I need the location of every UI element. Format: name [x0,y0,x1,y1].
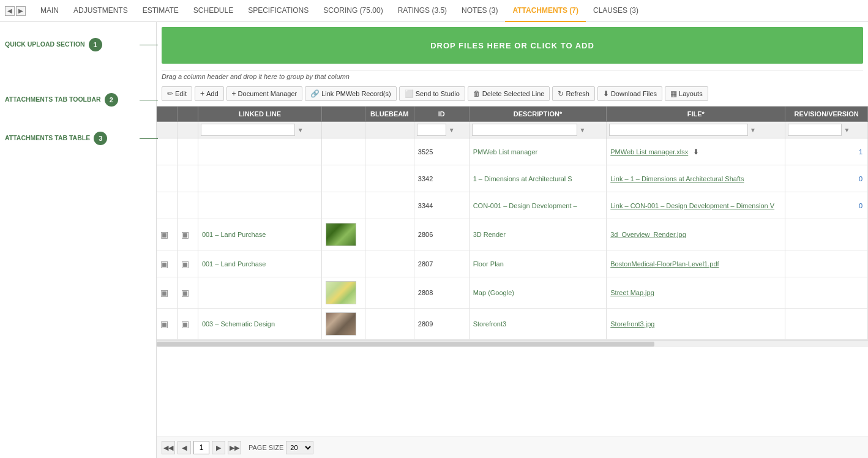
download-files-button[interactable]: ⬇ Download Files [597,86,662,101]
cell-revision [785,309,868,340]
cell-icon: ▣ [178,219,198,250]
thumbnail-image [326,312,356,336]
annotations-panel: QUICK UPLOAD SECTION 1 ATTACHMENTS TAB T… [0,22,156,458]
filter-check [157,122,178,138]
table-row: ▣ ▣ 2808 Map (Google) [157,277,868,309]
filter-linked-line-input[interactable] [201,124,296,136]
cell-icon: ▣ [178,250,198,277]
current-page-input[interactable] [193,441,209,454]
layouts-button[interactable]: ▦ Layouts [665,86,708,101]
edit-icon: ✏ [167,89,173,98]
file-link[interactable]: Link – CON-001 – Design Development – Di… [610,202,774,209]
cell-id: 2807 [414,250,469,277]
tab-ratings[interactable]: RATINGS (3.5) [391,0,454,22]
table-row: 3525 PMWeb List manager PMWeb List manag… [157,138,868,165]
col-header-id[interactable]: ID [414,107,469,122]
cell-file: BostonMedical-FloorPlan-Level1.pdf [607,250,785,277]
tab-scoring[interactable]: SCORING (75.00) [316,0,390,22]
annotation-table-badge: 3 [94,132,107,145]
tab-attachments[interactable]: ATTACHMENTS (7) [505,0,586,22]
add-button[interactable]: + Add [195,86,224,101]
cell-bluebeam [365,309,414,340]
tab-schedule[interactable]: SCHEDULE [186,0,241,22]
tab-main[interactable]: MAIN [33,0,66,22]
page-first-button[interactable]: ◀◀ [162,441,175,454]
nav-next-arrow[interactable]: ▶ [16,6,26,16]
document-manager-button[interactable]: + Document Manager [226,86,303,101]
tab-estimate[interactable]: ESTIMATE [135,0,186,22]
filter-file-input[interactable] [609,124,747,136]
cell-thumb [322,250,365,277]
filter-description: ▼ [469,122,607,138]
cell-thumb [322,165,365,192]
col-header-bluebeam[interactable]: BLUEBEAM [365,107,414,122]
col-header-revision[interactable]: REVISION/VERSION [785,107,868,122]
nav-arrows: ◀ ▶ [5,6,26,16]
download-arrow-icon[interactable]: ⬇ [693,148,699,156]
cell-description: PMWeb List manager [469,138,607,165]
annotation-toolbar-label: ATTACHMENTS TAB TOOLBAR [5,96,101,104]
document-manager-icon: + [232,89,236,98]
filter-id-icon[interactable]: ▼ [449,127,455,133]
file-link[interactable]: Street Map.jpg [610,289,654,296]
file-link[interactable]: PMWeb List manager.xlsx [610,148,688,156]
delete-selected-label: Delete Selected Line [482,90,545,97]
link-pmweb-button[interactable]: 🔗 Link PMWeb Record(s) [305,86,397,101]
col-header-linked-line[interactable]: LINKED LINE [198,107,321,122]
file-link[interactable]: BostonMedical-FloorPlan-Level1.pdf [610,260,719,268]
annotation-table: ATTACHMENTS TAB TABLE 3 [0,129,112,148]
cell-file: Link – CON-001 – Design Development – Di… [607,192,785,219]
nav-prev-arrow[interactable]: ◀ [5,6,15,16]
col-header-file[interactable]: FILE* [607,107,785,122]
filter-linked-line-icon[interactable]: ▼ [297,127,304,133]
cell-file: Link – 1 – Dimensions at Architectural S… [607,165,785,192]
col-header-description[interactable]: DESCRIPTION* [469,107,607,122]
scrollbar-thumb[interactable] [157,342,654,347]
file-link[interactable]: Link – 1 – Dimensions at Architectural S… [610,175,744,182]
tab-notes[interactable]: NOTES (3) [454,0,505,22]
send-to-studio-button[interactable]: ⬜ Send to Studio [399,86,465,101]
filter-revision: ▼ [785,122,868,138]
page-last-button[interactable]: ▶▶ [228,441,241,454]
cell-linked-line [198,277,321,309]
attachments-table: LINKED LINE BLUEBEAM ID DESCRIPTION* FIL… [157,107,868,340]
cell-check: ▣ [157,250,178,277]
filter-description-icon[interactable]: ▼ [579,127,585,133]
tab-adjustments[interactable]: ADJUSTMENTS [66,0,135,22]
page-prev-button[interactable]: ◀ [178,441,191,454]
cell-check [157,138,178,165]
horizontal-scrollbar[interactable] [157,340,868,347]
cell-linked-line [198,165,321,192]
file-link[interactable]: Storefront3.jpg [610,320,654,328]
filter-thumb-col [322,122,365,138]
filter-revision-input[interactable] [788,124,842,136]
cell-file: Storefront3.jpg [607,309,785,340]
drop-zone[interactable]: DROP FILES HERE OR CLICK TO ADD [162,27,863,64]
cell-revision: 0 [785,165,868,192]
filter-file-icon[interactable]: ▼ [750,127,756,133]
filter-id-input[interactable] [417,124,446,136]
cell-description: 1 – Dimensions at Architectural S [469,165,607,192]
page-next-button[interactable]: ▶ [212,441,225,454]
cell-file: 3d_Overview_Render.jpg [607,219,785,250]
cell-revision: 0 [785,192,868,219]
cell-id: 2806 [414,219,469,250]
cell-description: Map (Google) [469,277,607,309]
link-icon: 🔗 [310,89,320,98]
cell-icon [178,165,198,192]
table-row: 3342 1 – Dimensions at Architectural S L… [157,165,868,192]
page-size-select[interactable]: 20 50 100 [286,441,313,454]
tab-clauses[interactable]: CLAUSES (3) [586,0,646,22]
delete-selected-button[interactable]: 🗑 Delete Selected Line [468,86,550,101]
filter-description-input[interactable] [472,124,577,136]
cell-icon [178,192,198,219]
cell-check [157,165,178,192]
tab-specifications[interactable]: SPECIFICATIONS [241,0,316,22]
group-hint: Drag a column header and drop it here to… [162,70,863,84]
filter-revision-icon[interactable]: ▼ [844,127,850,133]
refresh-icon: ↻ [558,89,564,98]
refresh-button[interactable]: ↻ Refresh [552,86,595,101]
edit-button[interactable]: ✏ Edit [162,86,192,101]
file-link[interactable]: 3d_Overview_Render.jpg [610,231,686,238]
drop-zone-text: DROP FILES HERE OR CLICK TO ADD [430,41,594,50]
